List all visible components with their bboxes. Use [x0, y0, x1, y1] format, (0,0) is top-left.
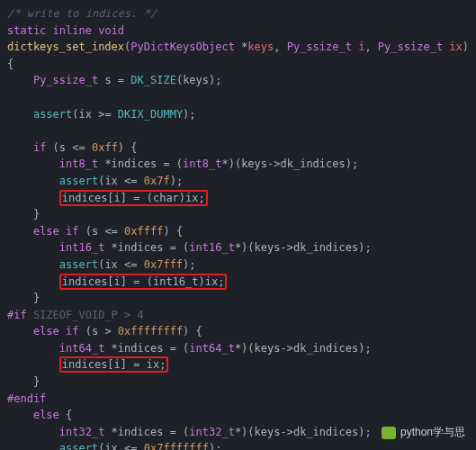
highlighted-line-2: indices[i] = (int16_t)ix; — [59, 274, 228, 290]
comment: /* write to indices. */ — [7, 7, 157, 20]
highlighted-line-3: indices[i] = ix; — [59, 356, 169, 373]
watermark: python学与思 — [382, 424, 465, 441]
function-name: dictkeys_set_index — [7, 40, 124, 53]
highlighted-line-1: indices[i] = (char)ix; — [59, 190, 208, 206]
preprocessor-if: #if SIZEOF_VOID_P > 4 — [7, 309, 144, 321]
preprocessor-endif: #endif — [7, 392, 46, 405]
code-block: /* write to indices. */ static inline vo… — [0, 0, 476, 450]
wechat-icon — [382, 427, 396, 439]
watermark-text: python学与思 — [400, 424, 465, 441]
